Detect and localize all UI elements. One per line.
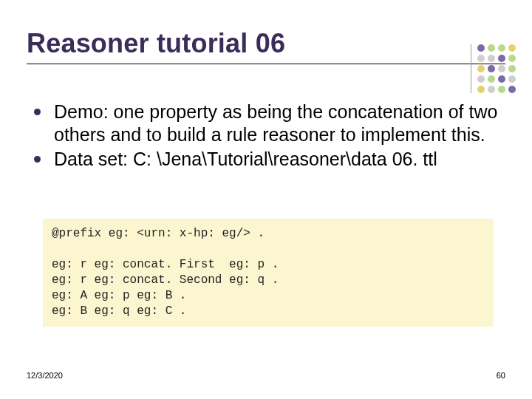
decor-dot — [488, 55, 495, 62]
decor-dot — [498, 65, 505, 72]
body-content: Demo: one property as being the concaten… — [34, 100, 505, 172]
decor-dot — [488, 75, 495, 83]
decor-dot — [508, 55, 516, 62]
decor-dot — [498, 44, 505, 52]
decor-dot — [498, 75, 505, 83]
decor-dot — [477, 75, 485, 83]
slide-title: Reasoner tutorial 06 — [27, 28, 285, 59]
decor-dot-grid — [477, 44, 516, 93]
decor-dot — [488, 65, 495, 72]
title-underline — [27, 64, 505, 64]
code-block: @prefix eg: <urn: x-hp: eg/> . eg: r eg:… — [43, 219, 494, 327]
decor-dot — [508, 75, 516, 83]
decor-dot — [477, 44, 485, 52]
decor-dot — [488, 86, 495, 93]
decor-dot — [488, 44, 495, 52]
decor-vertical-line — [471, 44, 471, 93]
bullet-text: Data set: C: \Jena\Tutorial\reasoner\dat… — [54, 148, 437, 171]
decor-dot — [508, 65, 516, 72]
decor-dot — [477, 86, 485, 93]
decor-dot — [508, 44, 516, 52]
bullet-item: Data set: C: \Jena\Tutorial\reasoner\dat… — [34, 148, 505, 171]
bullet-text: Demo: one property as being the concaten… — [54, 100, 505, 146]
decor-dot — [498, 55, 505, 62]
slide: { "title": "Reasoner tutorial 06", "bull… — [0, 0, 532, 399]
bullet-item: Demo: one property as being the concaten… — [34, 100, 505, 146]
bullet-icon — [34, 156, 41, 163]
bullet-icon — [34, 109, 41, 115]
decor-dot — [508, 86, 516, 93]
decor-dot — [498, 86, 505, 93]
decor-dot — [477, 65, 485, 72]
footer-date: 12/3/2020 — [27, 371, 63, 380]
footer-page-number: 60 — [497, 371, 505, 380]
decor-dot — [477, 55, 485, 62]
